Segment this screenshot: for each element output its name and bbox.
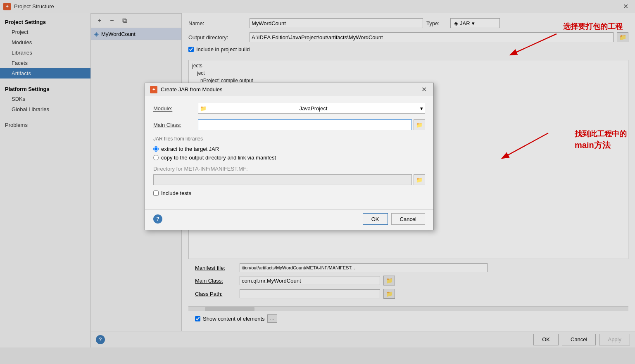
radio-extract[interactable] — [153, 146, 159, 152]
modal-ok-button[interactable]: OK — [363, 213, 388, 225]
modal-main-class-label: Main Class: — [153, 122, 195, 128]
modal-title: Create JAR from Modules — [161, 86, 223, 93]
modal-title-bar: ✦ Create JAR from Modules ✕ — [145, 83, 433, 96]
radio-copy-row: copy to the output directory and link vi… — [153, 155, 425, 161]
modal-icon: ✦ — [150, 86, 157, 93]
create-jar-dialog: ✦ Create JAR from Modules ✕ Module: 📁 Ja… — [145, 83, 434, 230]
include-tests-label: Include tests — [161, 190, 191, 196]
module-chevron-icon: ▾ — [420, 105, 423, 112]
radio-group: extract to the target JAR copy to the ou… — [153, 146, 425, 161]
modal-footer: ? OK Cancel — [145, 209, 433, 230]
module-row: Module: 📁 JavaProject ▾ — [153, 103, 425, 114]
module-label: Module: — [153, 105, 195, 112]
include-tests-checkbox[interactable] — [153, 190, 159, 196]
radio-copy-label: copy to the output directory and link vi… — [161, 155, 276, 161]
jar-files-label: JAR files from libraries — [153, 136, 425, 142]
include-tests-row: Include tests — [153, 190, 425, 196]
dir-input-row: 📁 — [153, 174, 425, 185]
radio-extract-row: extract to the target JAR — [153, 146, 425, 152]
module-value: JavaProject — [300, 105, 328, 112]
modal-main-class-input[interactable] — [198, 119, 412, 130]
modal-main-class-container: 📁 — [198, 119, 425, 130]
dir-label: Directory for META-INF/MANIFEST.MF: — [153, 166, 425, 172]
modal-cancel-button[interactable]: Cancel — [391, 213, 425, 225]
modal-main-class-folder-button[interactable]: 📁 — [414, 119, 425, 130]
dir-input[interactable] — [153, 174, 412, 185]
dir-folder-button[interactable]: 📁 — [414, 174, 425, 185]
modal-body: Module: 📁 JavaProject ▾ Main Class: 📁 JA… — [145, 96, 433, 209]
module-input-container: 📁 JavaProject ▾ — [198, 103, 425, 114]
module-dropdown[interactable]: 📁 JavaProject ▾ — [198, 103, 425, 114]
radio-extract-label: extract to the target JAR — [161, 146, 219, 152]
modal-help-button[interactable]: ? — [153, 214, 162, 224]
radio-copy[interactable] — [153, 155, 159, 160]
module-folder-icon: 📁 — [200, 105, 207, 112]
modal-close-button[interactable]: ✕ — [420, 84, 428, 95]
modal-main-class-row: Main Class: 📁 — [153, 119, 425, 130]
